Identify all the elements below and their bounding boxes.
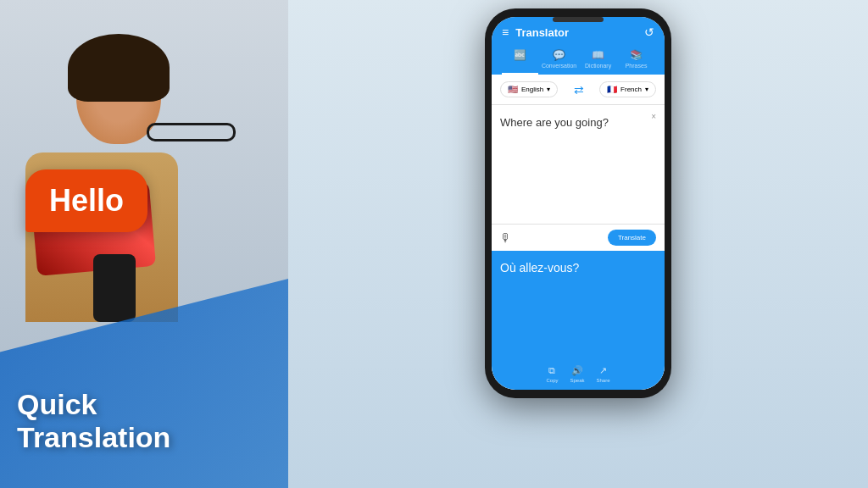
nav-tabs: 🔤 💬 Conversation 📖 Dictionary 📚 Ph: [502, 46, 654, 75]
mic-translate-row: 🎙 Translate: [492, 225, 665, 251]
source-lang-chevron: ▾: [547, 86, 550, 93]
source-text-area[interactable]: Where are you going? ×: [492, 105, 665, 225]
source-lang-name: English: [521, 86, 543, 93]
glasses: [147, 123, 236, 141]
source-lang-button[interactable]: 🇺🇸 English ▾: [500, 81, 558, 97]
tab-text[interactable]: 🔤: [502, 46, 538, 75]
speak-label: Speak: [570, 378, 584, 383]
history-icon[interactable]: ↺: [644, 25, 654, 39]
speak-button[interactable]: 🔊 Speak: [570, 365, 584, 383]
dictionary-tab-label: Dictionary: [585, 63, 611, 69]
copy-icon: ⧉: [548, 365, 555, 376]
share-label: Share: [597, 378, 610, 383]
close-button[interactable]: ×: [651, 112, 656, 121]
target-lang-button[interactable]: 🇫🇷 French ▾: [599, 81, 656, 97]
phone-notch: [553, 17, 604, 22]
result-actions: ⧉ Copy 🔊 Speak ↗ Share: [500, 365, 656, 383]
translation-area: Where are you going? × 🎙 Translate Où al…: [492, 105, 665, 390]
target-lang-name: French: [620, 86, 642, 93]
language-selector: 🇺🇸 English ▾ ⇄ 🇫🇷 French ▾: [492, 75, 665, 105]
result-area: Où allez-vous? ⧉ Copy 🔊 Speak ↗: [492, 251, 665, 390]
tab-conversation[interactable]: 💬 Conversation: [540, 46, 578, 75]
center-area: ≡ Translator ↺ 🔤 💬 Conversation: [288, 0, 868, 488]
swap-languages-icon[interactable]: ⇄: [574, 83, 584, 97]
text-tab-icon: 🔤: [514, 49, 526, 61]
left-tagline-line2: Translation: [17, 421, 170, 454]
share-icon: ↗: [599, 365, 607, 376]
hair-left: [68, 34, 170, 102]
copy-button[interactable]: ⧉ Copy: [546, 365, 558, 383]
hello-bubble: Hello: [25, 169, 147, 232]
phrases-tab-label: Phrases: [626, 63, 648, 69]
phone-screen: ≡ Translator ↺ 🔤 💬 Conversation: [492, 17, 665, 390]
target-flag: 🇫🇷: [607, 85, 617, 94]
source-flag: 🇺🇸: [508, 85, 518, 94]
conversation-tab-icon: 💬: [553, 49, 565, 61]
hello-text: Hello: [49, 183, 124, 218]
left-panel: Hello Quick Translation: [0, 0, 288, 488]
app-header: ≡ Translator ↺ 🔤 💬 Conversation: [492, 17, 665, 75]
source-text: Where are you going?: [500, 115, 656, 130]
copy-label: Copy: [546, 378, 558, 383]
result-text: Où allez-vous?: [500, 261, 656, 274]
main-container: Hello Quick Translation ≡ Translator: [0, 0, 868, 488]
target-lang-chevron: ▾: [645, 86, 648, 93]
microphone-icon[interactable]: 🎙: [500, 231, 512, 245]
left-tagline: Quick Translation: [17, 388, 170, 454]
dictionary-tab-icon: 📖: [592, 49, 604, 61]
speak-icon: 🔊: [571, 365, 583, 376]
share-button[interactable]: ↗ Share: [597, 365, 610, 383]
app-title: Translator: [515, 26, 569, 39]
conversation-tab-label: Conversation: [542, 63, 576, 69]
hamburger-icon[interactable]: ≡: [502, 25, 509, 39]
phone-device: ≡ Translator ↺ 🔤 💬 Conversation: [485, 8, 671, 398]
phrases-tab-icon: 📚: [630, 49, 643, 61]
tab-dictionary[interactable]: 📖 Dictionary: [580, 46, 616, 75]
app-title-left: ≡ Translator: [502, 25, 569, 39]
phone-hand-left: [93, 254, 136, 322]
tab-phrases[interactable]: 📚 Phrases: [618, 46, 654, 75]
left-tagline-line1: Quick: [17, 388, 170, 421]
translate-button[interactable]: Translate: [608, 230, 656, 246]
app-title-row: ≡ Translator ↺: [502, 25, 654, 39]
